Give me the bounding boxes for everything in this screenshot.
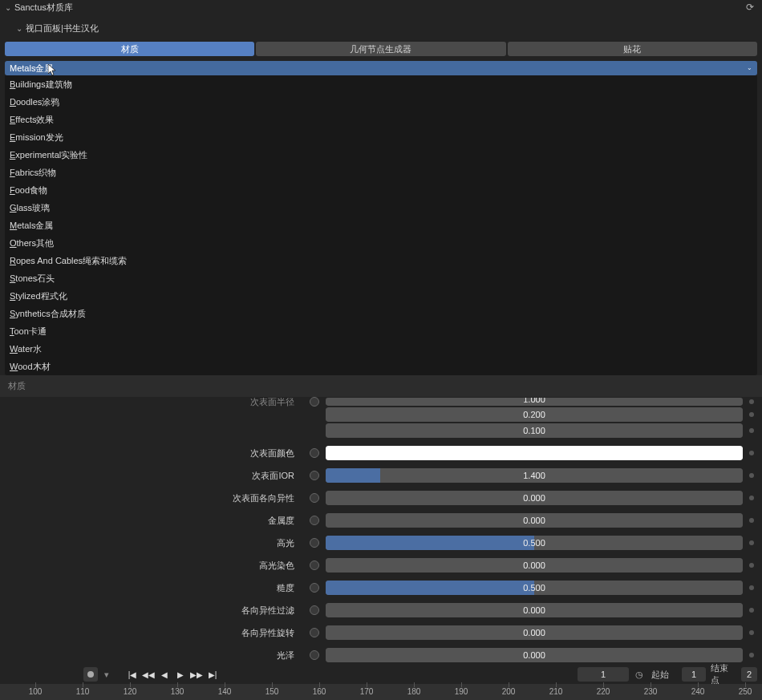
category-item[interactable]: Food食物 [5,181,757,199]
prop-value: 0.200 [326,407,743,422]
prop-slider[interactable]: 1.000 [326,398,743,406]
prop-slider[interactable]: 0.500 [326,581,743,595]
category-item[interactable]: Wood木材 [5,358,757,375]
category-item[interactable]: Metals金属 [5,216,757,234]
prop-label: 次表面半径 [0,396,301,408]
category-item[interactable]: Fabrics织物 [5,164,757,181]
category-current: Metals金属 [10,61,53,75]
category-dropdown-list: Buildings建筑物Doodles涂鸦Effects效果Emission发光… [5,75,757,375]
prop-value: 0.500 [326,536,743,550]
play-button[interactable]: ▶ [173,667,188,682]
category-dropdown[interactable]: Metals金属 ⌄ [5,61,757,75]
node-socket[interactable] [310,493,319,503]
prop-label: 各向异性旋转 [0,627,301,639]
keying-dropdown-icon[interactable]: ▾ [101,667,112,682]
prop-label: 次表面颜色 [0,447,301,459]
prop-slider[interactable]: 0.000 [326,558,743,573]
link-dot[interactable] [749,518,754,523]
jump-start-button[interactable]: |◀ [125,667,140,682]
prop-row: 次表面各向异性 0.000 [0,490,762,506]
end-frame-field[interactable]: 2 [741,667,757,682]
section-label: 材质 [0,375,762,397]
panel-title: Sanctus材质库 [14,2,73,14]
prop-label: 光泽 [0,649,301,662]
chevron-down-icon: ⌄ [16,24,22,33]
prop-label: 次表面各向异性 [0,492,301,504]
prop-value: 0.000 [326,513,743,528]
prop-row: 糙度 0.500 [0,580,762,596]
node-socket[interactable] [310,516,319,525]
prop-slider[interactable]: 0.200 [326,407,743,422]
subpanel-header[interactable]: ⌄ 视口面板|书生汉化 [0,21,762,35]
category-item[interactable]: Synthetics合成材质 [5,305,757,322]
category-item[interactable]: Experimental实验性 [5,146,757,164]
link-dot[interactable] [749,473,754,478]
play-reverse-button[interactable]: ◀ [157,667,172,682]
category-item[interactable]: Stones石头 [5,269,757,287]
link-dot[interactable] [749,540,754,545]
node-socket[interactable] [310,650,319,660]
next-key-button[interactable]: ▶▶ [189,667,204,682]
panel-header[interactable]: ⌄ Sanctus材质库 ⟳ [0,0,762,14]
link-dot[interactable] [749,399,754,404]
prop-value: 0.000 [326,558,743,573]
end-label: 结束点 [709,662,738,686]
prop-slider[interactable]: 0.000 [326,625,743,640]
prop-slider[interactable]: 0.500 [326,536,743,550]
tab-material[interactable]: 材质 [5,42,254,56]
prop-row: 各向异性过滤 0.000 [0,602,762,618]
link-dot[interactable] [749,428,754,433]
prop-label: 金属度 [0,515,301,527]
clock-icon[interactable]: ◷ [632,667,646,682]
category-item[interactable]: Water水 [5,340,757,358]
start-frame-field[interactable]: 1 [682,667,706,682]
node-socket[interactable] [310,397,319,407]
category-item[interactable]: Toon卡通 [5,322,757,340]
prop-value: 0.000 [326,491,743,505]
category-item[interactable]: Others其他 [5,234,757,252]
tab-geometry-nodes[interactable]: 几何节点生成器 [256,42,505,56]
category-item[interactable]: Emission发光 [5,128,757,146]
prop-value: 0.000 [326,603,743,617]
category-item[interactable]: Glass玻璃 [5,199,757,216]
prev-key-button[interactable]: ◀◀ [141,667,156,682]
refresh-icon[interactable]: ⟳ [746,2,754,13]
prop-slider[interactable]: 0.000 [326,491,743,505]
category-item[interactable]: Effects效果 [5,111,757,128]
link-dot[interactable] [749,496,754,500]
category-item[interactable]: Doodles涂鸦 [5,93,757,111]
prop-slider[interactable]: 0.000 [326,648,743,662]
node-socket[interactable] [310,538,319,548]
node-socket[interactable] [310,560,319,570]
link-dot[interactable] [749,585,754,590]
node-socket[interactable] [310,583,319,593]
link-dot[interactable] [749,653,754,658]
node-socket[interactable] [310,448,319,458]
node-socket[interactable] [310,605,319,615]
category-item[interactable]: Ropes And Cables绳索和缆索 [5,252,757,269]
timeline-ruler[interactable]: 1001101201301401501601701801902002102202… [0,684,762,700]
jump-end-button[interactable]: ▶| [205,667,220,682]
link-dot[interactable] [749,563,754,568]
prop-slider[interactable]: 1.400 [326,468,743,483]
link-dot[interactable] [749,630,754,635]
node-socket[interactable] [310,471,319,480]
subpanel-title: 视口面板|书生汉化 [26,22,99,34]
link-dot[interactable] [749,451,754,455]
color-swatch[interactable] [326,446,743,460]
prop-row: 次表面颜色 [0,445,762,461]
tab-decals[interactable]: 贴花 [508,42,757,56]
prop-slider[interactable]: 0.000 [326,513,743,528]
auto-key-button[interactable] [83,667,98,682]
prop-slider[interactable]: 0.000 [326,603,743,617]
link-dot[interactable] [749,608,754,613]
category-item[interactable]: Buildings建筑物 [5,75,757,93]
prop-row: 高光染色 0.000 [0,557,762,573]
link-dot[interactable] [749,412,754,417]
timeline-bar: ▾ |◀ ◀◀ ◀ ▶ ▶▶ ▶| 1 ◷ 起始 1 结束点 2 [0,665,762,684]
node-socket[interactable] [310,628,319,637]
prop-slider[interactable]: 0.100 [326,423,743,438]
current-frame-field[interactable]: 1 [578,667,629,682]
category-item[interactable]: Stylized程式化 [5,287,757,305]
chevron-down-icon: ⌄ [5,3,11,12]
